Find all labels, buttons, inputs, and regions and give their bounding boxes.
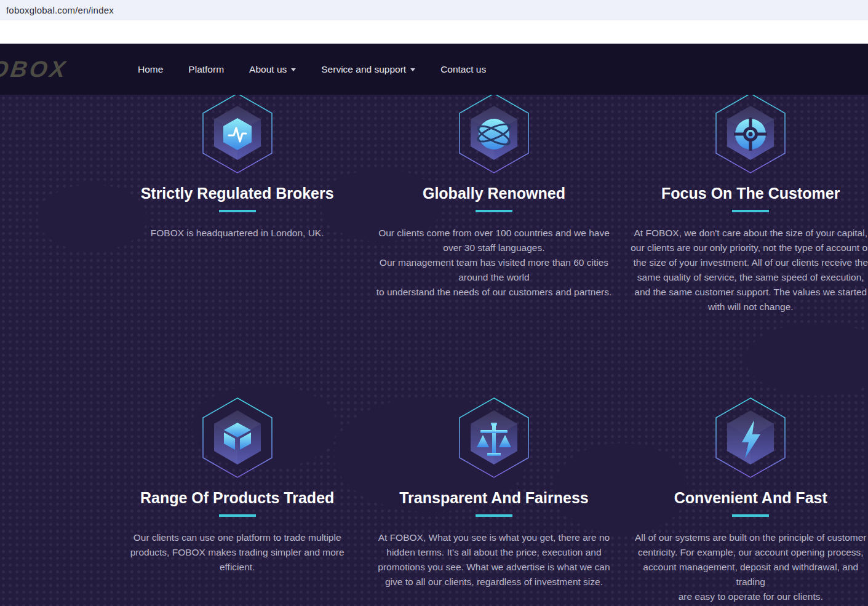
feature-title: Convenient And Fast	[623, 488, 868, 508]
feature-card-focus-on-the-customer: Focus On The Customer At FOBOX, we don't…	[623, 95, 868, 399]
title-underline	[732, 514, 769, 517]
features-section: Strictly Regulated Brokers FOBOX is head…	[0, 95, 868, 606]
feature-card-globally-renowned: Globally Renowned Our clients come from …	[365, 95, 622, 399]
title-underline	[476, 514, 512, 517]
feature-card-strictly-regulated-brokers: Strictly Regulated Brokers FOBOX is head…	[109, 95, 365, 399]
feature-card-convenient-and-fast: Convenient And Fast All of our systems a…	[623, 399, 868, 604]
browser-content-gap	[0, 20, 868, 44]
open-box-icon	[202, 397, 273, 479]
globe-icon	[458, 95, 530, 174]
nav-item-contact-us[interactable]: Contact us	[440, 64, 486, 75]
feature-title: Globally Renowned	[365, 183, 622, 204]
title-underline	[219, 514, 256, 517]
feature-card-range-of-products-traded: Range Of Products Traded Our clients can…	[109, 399, 365, 604]
title-underline	[732, 210, 769, 212]
title-underline	[219, 210, 256, 212]
feature-description: FOBOX is headquartered in London, UK.	[109, 226, 365, 241]
chevron-down-icon	[410, 68, 415, 71]
nav-menu: Home Platform About us Service and suppo…	[138, 64, 511, 75]
address-bar-url[interactable]: foboxglobal.com/en/index	[6, 5, 114, 15]
scales-icon	[458, 397, 530, 479]
feature-description: Our clients can use one platform to trad…	[109, 530, 365, 575]
site-navbar: FOBOX Home Platform About us Service and…	[0, 44, 868, 95]
feature-description: Our clients come from over 100 countries…	[365, 226, 622, 300]
address-bar[interactable]: foboxglobal.com/en/index	[0, 0, 868, 20]
target-icon	[715, 95, 786, 174]
pulse-icon	[202, 95, 273, 174]
nav-item-home[interactable]: Home	[138, 64, 163, 75]
nav-item-label: Contact us	[440, 64, 486, 75]
chevron-down-icon	[291, 68, 296, 71]
nav-item-label: About us	[249, 64, 287, 75]
feature-description: At FOBOX, What you see is what you get, …	[365, 530, 622, 589]
feature-title: Transparent And Fairness	[365, 488, 622, 508]
nav-item-label: Platform	[188, 64, 224, 75]
feature-description: All of our systems are built on the prin…	[623, 530, 868, 604]
feature-description: At FOBOX, we don't care about the size o…	[623, 226, 868, 314]
feature-title: Strictly Regulated Brokers	[109, 183, 365, 204]
fobox-logo[interactable]: FOBOX	[0, 57, 70, 82]
feature-title: Focus On The Customer	[623, 183, 868, 204]
nav-item-service-and-support[interactable]: Service and support	[321, 64, 415, 75]
nav-item-label: Service and support	[321, 64, 406, 75]
feature-card-transparent-and-fairness: Transparent And Fairness At FOBOX, What …	[365, 399, 622, 604]
nav-item-about-us[interactable]: About us	[249, 64, 296, 75]
lightning-icon	[715, 397, 786, 479]
feature-title: Range Of Products Traded	[109, 488, 365, 508]
title-underline	[476, 210, 512, 212]
nav-item-platform[interactable]: Platform	[188, 64, 224, 75]
nav-item-label: Home	[138, 64, 163, 75]
